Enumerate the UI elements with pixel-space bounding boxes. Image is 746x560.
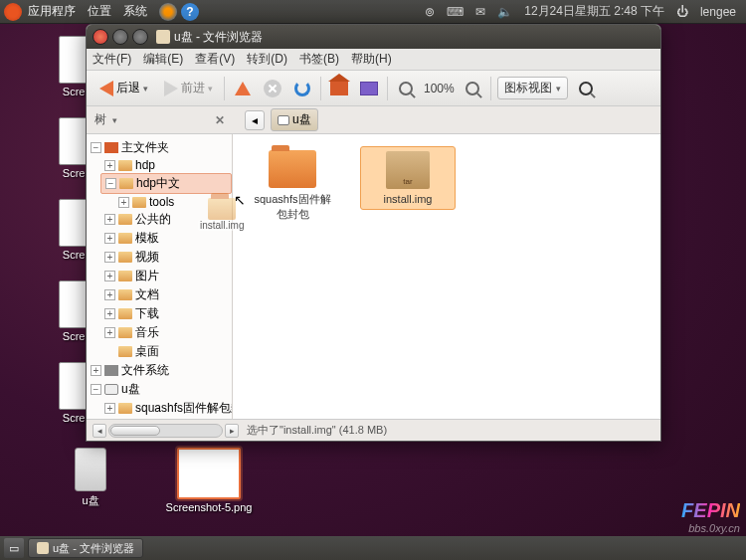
titlebar[interactable]: u盘 - 文件浏览器 [87,25,660,49]
close-sidebar-button[interactable]: ✕ [215,113,225,127]
tree-desktop[interactable]: 桌面 [100,342,232,361]
scroll-thumb[interactable] [110,426,160,436]
stop-button[interactable] [261,77,284,100]
sidebar-scrollbar[interactable]: ◂ ▸ [93,424,239,438]
bottom-panel: ▭ u盘 - 文件浏览器 [0,536,746,560]
zoom-in-icon [466,82,479,95]
show-desktop-button[interactable]: ▭ [4,538,24,558]
search-icon [579,82,593,95]
folder-icon [37,542,49,554]
home-icon [330,82,348,95]
tree-music[interactable]: +音乐 [100,323,232,342]
icon-view[interactable]: squashfs固件解包封包 tar install.img [233,134,660,419]
package-icon: tar [386,151,430,189]
arrow-up-icon [235,82,251,95]
help-icon[interactable]: ? [181,3,199,21]
menubar: 文件(F) 编辑(E) 查看(V) 转到(D) 书签(B) 帮助(H) [87,49,660,71]
folder-icon [118,403,132,414]
drive-icon [104,384,118,395]
file-browser-window: u盘 - 文件浏览器 文件(F) 编辑(E) 查看(V) 转到(D) 书签(B)… [86,24,661,442]
tree-downloads[interactable]: +下载 [100,304,232,323]
tree-documents[interactable]: +文档 [100,285,232,304]
arrow-right-icon [164,81,178,96]
menu-edit[interactable]: 编辑(E) [143,51,183,68]
window-maximize-button[interactable] [132,29,148,45]
folder-icon [118,214,132,225]
stop-icon [264,80,281,97]
computer-icon [360,82,378,95]
file-label: squashfs固件解包封包 [249,192,336,222]
window-title: u盘 - 文件浏览器 [174,29,263,46]
tree-videos[interactable]: +视频 [100,248,232,267]
sound-icon[interactable]: 🔈 [497,5,512,19]
view-mode-select[interactable]: 图标视图▾ [497,77,568,99]
firefox-icon[interactable] [159,3,177,21]
power-icon[interactable]: ⏻ [676,5,688,19]
back-button[interactable]: 后退▾ [94,77,153,99]
menu-bookmarks[interactable]: 书签(B) [299,51,339,68]
folder-icon [118,233,132,244]
menu-system[interactable]: 系统 [123,3,147,20]
window-close-button[interactable] [93,29,108,45]
folder-icon [118,327,132,338]
file-install-img[interactable]: tar install.img [360,146,456,210]
tree-tools[interactable]: +tools [114,194,232,210]
tree-sidebar: −主文件夹 +hdp −hdp中文 +tools +公共的 +模板 +视频 +图… [87,134,233,419]
watermark: FEPIN bbs.0xy.cn [681,499,740,534]
tree-home[interactable]: −主文件夹 [87,138,232,157]
user-menu[interactable]: lengee [700,5,736,19]
zoom-out-button[interactable] [394,77,418,100]
reload-button[interactable] [290,77,314,100]
taskbar-app-filebrowser[interactable]: u盘 - 文件浏览器 [28,538,143,558]
scroll-left-button[interactable]: ◂ [93,424,106,438]
menu-go[interactable]: 转到(D) [247,51,287,68]
menu-places[interactable]: 位置 [88,3,111,20]
home-button[interactable] [327,77,351,100]
menu-help[interactable]: 帮助(H) [351,51,392,68]
tree-filesystem[interactable]: +文件系统 [87,361,232,380]
statusbar: ◂ ▸ 选中了"install.img" (41.8 MB) [87,419,660,441]
folder-icon [118,160,132,171]
home-icon [104,142,118,153]
tree-squashfs[interactable]: +squashfs固件解包封包 [100,399,232,418]
scroll-right-button[interactable]: ▸ [225,424,239,438]
folder-icon [118,308,132,319]
content-area: −主文件夹 +hdp −hdp中文 +tools +公共的 +模板 +视频 +图… [87,134,660,419]
menu-view[interactable]: 查看(V) [195,51,235,68]
zoom-out-icon [399,82,413,95]
keyboard-icon[interactable]: ⌨ [447,5,464,19]
file-label: install.img [365,193,451,205]
tree-public[interactable]: +公共的 [100,210,232,229]
folder-icon [118,252,132,263]
tree-hdp-cn[interactable]: −hdp中文 [100,173,232,194]
tree-hdp[interactable]: +hdp [100,157,232,173]
location-bar: 树▾ ✕ ◂ u盘 [87,106,660,134]
computer-icon [104,365,118,376]
folder-icon [118,271,132,281]
folder-icon [269,150,316,188]
up-button[interactable] [231,77,255,100]
menu-file[interactable]: 文件(F) [93,51,131,68]
sidebar-mode-label: 树 [94,111,106,128]
menu-applications[interactable]: 应用程序 [28,3,76,20]
path-toggle-button[interactable]: ◂ [245,110,265,130]
network-icon[interactable]: ⊚ [425,5,435,19]
toolbar: 后退▾ 前进▾ 100% 图标视图▾ [87,71,660,106]
tree-udisk[interactable]: −u盘 [87,380,232,399]
path-crumb-udisk[interactable]: u盘 [271,108,318,131]
desktop-screenshot-file[interactable]: Screenshot-5.png [159,448,259,513]
mail-icon[interactable]: ✉ [475,5,485,19]
window-minimize-button[interactable] [112,29,128,45]
computer-button[interactable] [357,77,381,100]
ubuntu-logo-icon[interactable] [4,3,22,21]
folder-icon [119,178,133,189]
tree-templates[interactable]: +模板 [100,229,232,248]
zoom-in-button[interactable] [461,77,484,100]
clock[interactable]: 12月24日星期五 2:48 下午 [524,3,664,20]
tree-pictures[interactable]: +图片 [100,267,232,285]
file-squashfs-folder[interactable]: squashfs固件解包封包 [245,146,340,226]
folder-icon [118,289,132,300]
search-button[interactable] [574,77,598,100]
status-text: 选中了"install.img" (41.8 MB) [247,423,387,438]
desktop-usb-drive[interactable]: u盘 [56,448,125,508]
